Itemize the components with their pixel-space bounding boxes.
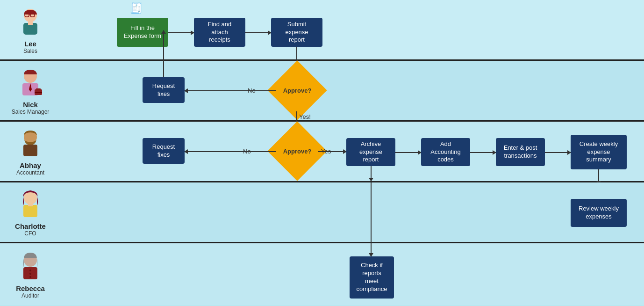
arrow-fill-find (168, 32, 194, 33)
add-accounting-box: Add Accounting codes (421, 138, 470, 166)
rebecca-avatar (14, 250, 47, 283)
arrow-abhay-no (185, 151, 276, 152)
nick-yes-label: Yes! (299, 113, 311, 120)
arrow-archive-down (371, 166, 372, 181)
nick-name: Nick (23, 101, 38, 109)
svg-rect-11 (35, 92, 42, 93)
actor-abhay: Abhay Accountant (0, 123, 61, 180)
fill-expense-box: Fill in the Expense form (117, 18, 168, 47)
arrow-nick-up (163, 30, 164, 77)
swimlane-abhay: Abhay Accountant Approve? No Request fix… (0, 122, 644, 182)
svg-point-21 (29, 276, 31, 278)
arrow-to-compliance (371, 243, 372, 256)
svg-rect-5 (28, 21, 33, 25)
rebecca-flow: Check if reports meet compliance (61, 243, 644, 305)
arrow-accounting-enter (470, 152, 496, 153)
abhay-avatar (14, 127, 47, 160)
enter-post-box: Enter & post transactions (496, 138, 545, 166)
arrow-archive-accounting (395, 152, 421, 153)
svg-rect-13 (23, 145, 37, 156)
arrow-charlotte-passthrough (371, 182, 372, 243)
lee-flow: 🧾 Fill in the Expense form Find and atta… (61, 0, 644, 59)
swimlane-lee: Lee Sales 🧾 Fill in the Expense form Fin… (0, 0, 644, 61)
lee-name: Lee (24, 40, 36, 48)
nick-flow: Approve? Yes! No Request fixes (61, 61, 644, 120)
actor-rebecca: Rebecca Auditor (0, 246, 61, 303)
lee-avatar (14, 5, 47, 38)
submit-report-box: Submit expense report (271, 18, 322, 47)
swimlane-charlotte: Charlotte CFO Review weekly expenses (0, 182, 644, 243)
abhay-approve-label: Approve? (276, 130, 318, 172)
nick-avatar (14, 66, 47, 99)
review-weekly-box: Review weekly expenses (571, 199, 627, 227)
svg-point-19 (29, 270, 31, 271)
arrow-nick-no (185, 90, 276, 91)
arrow-enter-create (545, 152, 571, 153)
arrow-find-submit (245, 32, 271, 33)
nick-approve-label: Approve? (276, 69, 318, 111)
svg-point-20 (29, 273, 31, 275)
lee-role: Sales (23, 48, 37, 54)
svg-rect-10 (36, 88, 41, 90)
nick-role: Sales Manager (12, 109, 50, 115)
svg-rect-15 (23, 205, 37, 217)
actor-lee: Lee Sales (0, 1, 61, 58)
rebecca-name: Rebecca (16, 284, 45, 292)
actor-charlotte: Charlotte CFO (0, 184, 61, 240)
arrow-abhay-yes (318, 151, 346, 152)
abhay-flow: Approve? No Request fixes Yes Archive ex… (61, 122, 644, 181)
archive-report-box: Archive expense report (346, 138, 395, 166)
request-fixes-nick-box: Request fixes (143, 77, 185, 103)
swimlane-rebecca: Rebecca Auditor Check if reports meet co… (0, 243, 644, 305)
check-compliance-box: Check if reports meet compliance (350, 256, 394, 299)
charlotte-name: Charlotte (15, 222, 46, 230)
create-weekly-box: Create weekly expense summary (571, 135, 627, 169)
abhay-name: Abhay (20, 161, 41, 169)
charlotte-role: CFO (24, 230, 36, 237)
actor-nick: Nick Sales Manager (0, 62, 61, 119)
request-fixes-abhay-box: Request fixes (143, 138, 185, 164)
rebecca-role: Auditor (21, 292, 39, 299)
receipt-icon: 🧾 (130, 2, 143, 15)
charlotte-flow: Review weekly expenses (61, 182, 644, 242)
swimlane-nick: Nick Sales Manager Approve? Yes! No Requ… (0, 61, 644, 122)
abhay-role: Accountant (16, 169, 44, 176)
find-receipts-box: Find and attach receipts (194, 18, 245, 47)
svg-rect-16 (28, 204, 33, 206)
charlotte-avatar (14, 188, 47, 220)
